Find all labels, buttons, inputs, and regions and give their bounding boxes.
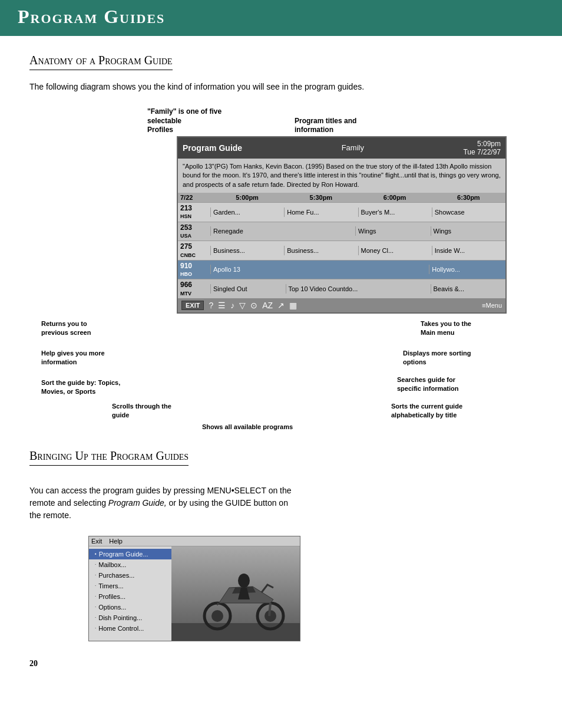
menu-item-purchases[interactable]: · Purchases... [89, 570, 171, 581]
program-titles-label: Program titles and information [295, 117, 356, 135]
menu-bullet: · [95, 583, 96, 588]
help-icon[interactable]: ? [209, 301, 213, 310]
svg-point-4 [211, 610, 223, 622]
menu-item-dish-pointing[interactable]: · Dish Pointing... [89, 612, 171, 623]
menu-item-label: Timers... [98, 582, 123, 589]
menu-bullet: ▪ [95, 551, 97, 556]
menu-bg-image [171, 546, 300, 641]
prog-213-2[interactable]: Home Fu... [285, 207, 358, 217]
az-sort-icon[interactable]: AZ [262, 301, 273, 310]
returns-label: Returns you to previous screen [41, 319, 118, 338]
topics-icon[interactable]: ♪ [230, 301, 234, 310]
prog-275-3[interactable]: Money Cl... [359, 246, 432, 255]
menu-exit-item[interactable]: Exit [91, 538, 102, 545]
menu-item-label: Purchases... [98, 572, 134, 579]
menu-label[interactable]: ≡Menu [482, 302, 502, 309]
intro-text: The following diagram shows you the kind… [29, 81, 533, 93]
section2-heading: Bringing Up the Program Guides [29, 449, 189, 466]
exit-button[interactable]: EXIT [181, 301, 204, 310]
menu-item-label: Options... [98, 604, 126, 611]
menu-bullet: · [95, 615, 96, 620]
guide-header: Program Guide Family 5:09pmTue 7/22/97 [178, 137, 505, 159]
grid-icon[interactable]: ▦ [289, 301, 297, 310]
time-col-2: 5:30pm [284, 193, 358, 202]
prog-253-2[interactable]: Wings [356, 226, 431, 236]
profiles-label: "Family" is one of five selectable Profi… [147, 107, 224, 135]
search-icon[interactable]: ↗ [277, 301, 285, 310]
time-col-4: 6:30pm [432, 193, 505, 202]
page-header: Program Guides [0, 0, 562, 36]
prog-253-3[interactable]: Wings [431, 226, 506, 236]
menu-item-program-guide[interactable]: ▪ Program Guide... [89, 549, 171, 559]
menu-item-label: Mailbox... [98, 561, 126, 568]
ch-213: 213HSN [178, 203, 210, 222]
menu-header: Exit Help [89, 536, 300, 546]
list-icon[interactable]: ☰ [218, 301, 226, 310]
menu-item-label: Dish Pointing... [98, 614, 142, 621]
section1: Anatomy of a Program Guide The following… [29, 54, 533, 93]
menu-screenshot: Exit Help ▪ Program Guide... · Mailbox..… [88, 536, 300, 641]
ch-275: 275CNBC [178, 241, 210, 260]
searches-label: Searches guide for specific information [397, 375, 521, 394]
svg-point-6 [238, 574, 250, 588]
guide-time-display: 5:09pmTue 7/22/97 [463, 140, 501, 156]
channel-row-213: 213HSN Garden... Home Fu... Buyer's M...… [178, 202, 505, 222]
scroll-label: Scrolls through the guide [112, 402, 206, 420]
ch-253-programs: Renegade Wings Wings [210, 226, 505, 236]
ch-966: 966MTV [178, 279, 210, 298]
prog-213-1[interactable]: Garden... [211, 207, 285, 217]
prog-213-4[interactable]: Showcase [432, 207, 505, 217]
page-title: Program Guides [18, 6, 544, 28]
guide-profile: Family [342, 143, 364, 152]
page-number: 20 [29, 659, 533, 668]
prog-275-2[interactable]: Business... [285, 246, 358, 255]
prog-966-2[interactable]: Top 10 Video Countdo... [286, 284, 431, 294]
displays-label: Displays more sorting options [403, 349, 521, 367]
prog-966-3[interactable]: Beavis &... [431, 284, 506, 294]
scroll-icon[interactable]: ▽ [239, 301, 246, 310]
section2-text: You can access the program guides by pre… [29, 485, 533, 522]
menu-item-label: Profiles... [98, 593, 125, 600]
prog-275-1[interactable]: Business... [211, 246, 285, 255]
time-col-1: 5:00pm [210, 193, 284, 202]
menu-item-label: Home Control... [98, 625, 144, 632]
prog-253-1[interactable]: Renegade [211, 226, 356, 236]
guide-icon-bar: EXIT ? ☰ ♪ ▽ ⊙ AZ ↗ ▦ ≡Menu [178, 298, 505, 312]
menu-bullet: · [95, 594, 96, 599]
channel-row-253: 253USA Renegade Wings Wings [178, 222, 505, 241]
menu-body: ▪ Program Guide... · Mailbox... · Purcha… [89, 546, 300, 641]
sorts-alpha-label: Sorts the current guide alphabetically b… [391, 402, 521, 420]
ch-966-programs: Singled Out Top 10 Video Countdo... Beav… [210, 284, 505, 294]
menu-item-options[interactable]: · Options... [89, 602, 171, 612]
ch-253: 253USA [178, 222, 210, 241]
menu-bullet: · [95, 604, 96, 610]
time-col-date: 7/22 [178, 193, 210, 202]
prog-966-1[interactable]: Singled Out [211, 284, 286, 294]
menu-bullet: · [95, 572, 96, 578]
menu-item-label: Program Guide... [99, 551, 148, 558]
diagram-area: "Family" is one of five selectable Profi… [29, 107, 533, 437]
shows-all-label: Shows all available programs [189, 423, 306, 431]
section2: Bringing Up the Program Guides You can a… [29, 449, 533, 641]
menu-item-timers[interactable]: · Timers... [89, 581, 171, 591]
menu-bullet: · [95, 625, 96, 631]
guide-time-row: 7/22 5:00pm 5:30pm 6:00pm 6:30pm [178, 193, 505, 202]
guide-box: Program Guide Family 5:09pmTue 7/22/97 "… [177, 136, 507, 314]
sort-label: Sort the guide by: Topics, Movies, or Sp… [41, 378, 159, 397]
menu-item-mailbox[interactable]: · Mailbox... [89, 559, 171, 570]
prog-213-3[interactable]: Buyer's M... [359, 207, 432, 217]
prog-910-1[interactable]: Apollo 13 [211, 265, 429, 274]
menu-help-item[interactable]: Help [109, 538, 123, 545]
menu-item-profiles[interactable]: · Profiles... [89, 591, 171, 602]
prog-910-2[interactable]: Hollywo... [429, 265, 505, 274]
all-programs-icon[interactable]: ⊙ [250, 301, 257, 310]
help-label: Help gives you more information [41, 349, 135, 367]
channel-row-966: 966MTV Singled Out Top 10 Video Countdo.… [178, 279, 505, 298]
ch-910-programs: Apollo 13 Hollywo... [210, 265, 505, 274]
channel-row-910: 910HBO Apollo 13 Hollywo... [178, 260, 505, 279]
section1-heading: Anatomy of a Program Guide [29, 54, 173, 70]
prog-275-4[interactable]: Inside W... [432, 246, 505, 255]
motorcycle-svg [171, 546, 300, 641]
menu-item-home-control[interactable]: · Home Control... [89, 623, 171, 634]
guide-title: Program Guide [183, 143, 242, 153]
